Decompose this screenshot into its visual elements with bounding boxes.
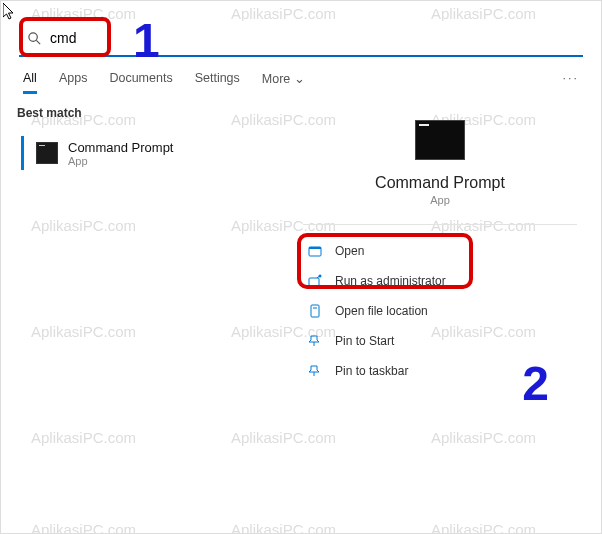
svg-line-1 — [36, 40, 40, 44]
search-box[interactable] — [19, 21, 583, 57]
action-label: Open file location — [335, 304, 428, 318]
result-subtitle: App — [68, 155, 173, 167]
tab-apps[interactable]: Apps — [59, 71, 88, 94]
result-title: Command Prompt — [68, 140, 173, 155]
filter-tabs: All Apps Documents Settings More ⌄ ··· — [1, 65, 601, 94]
search-input[interactable] — [50, 30, 575, 46]
action-label: Run as administrator — [335, 274, 446, 288]
divider — [303, 224, 577, 225]
svg-rect-6 — [311, 305, 319, 317]
tab-all[interactable]: All — [23, 71, 37, 94]
action-label: Open — [335, 244, 364, 258]
action-pin-to-start[interactable]: Pin to Start — [303, 327, 577, 355]
app-title: Command Prompt — [375, 174, 505, 192]
shield-icon — [307, 273, 323, 289]
open-icon — [307, 243, 323, 259]
svg-rect-3 — [309, 247, 321, 249]
svg-point-5 — [319, 275, 322, 278]
action-label: Pin to taskbar — [335, 364, 408, 378]
action-label: Pin to Start — [335, 334, 394, 348]
pin-icon — [307, 363, 323, 379]
chevron-down-icon: ⌄ — [294, 72, 305, 86]
svg-point-0 — [29, 32, 37, 40]
section-header-best-match: Best match — [17, 106, 263, 120]
selection-indicator — [21, 136, 24, 170]
preview-panel: Command Prompt App Open Run as administr… — [279, 94, 601, 524]
pin-icon — [307, 333, 323, 349]
result-command-prompt[interactable]: Command Prompt App — [17, 130, 263, 176]
results-panel: Best match Command Prompt App — [1, 94, 279, 524]
more-options-button[interactable]: ··· — [563, 71, 579, 94]
action-open-file-location[interactable]: Open file location — [303, 297, 577, 325]
action-pin-to-taskbar[interactable]: Pin to taskbar — [303, 357, 577, 385]
command-prompt-icon — [36, 142, 58, 164]
folder-icon — [307, 303, 323, 319]
tab-settings[interactable]: Settings — [195, 71, 240, 94]
action-run-as-administrator[interactable]: Run as administrator — [303, 267, 577, 295]
app-subtitle: App — [430, 194, 450, 206]
tab-documents[interactable]: Documents — [109, 71, 172, 94]
action-open[interactable]: Open — [303, 237, 577, 265]
search-icon — [27, 31, 42, 46]
svg-rect-4 — [309, 278, 319, 286]
command-prompt-icon — [415, 120, 465, 160]
tab-more[interactable]: More ⌄ — [262, 71, 305, 94]
